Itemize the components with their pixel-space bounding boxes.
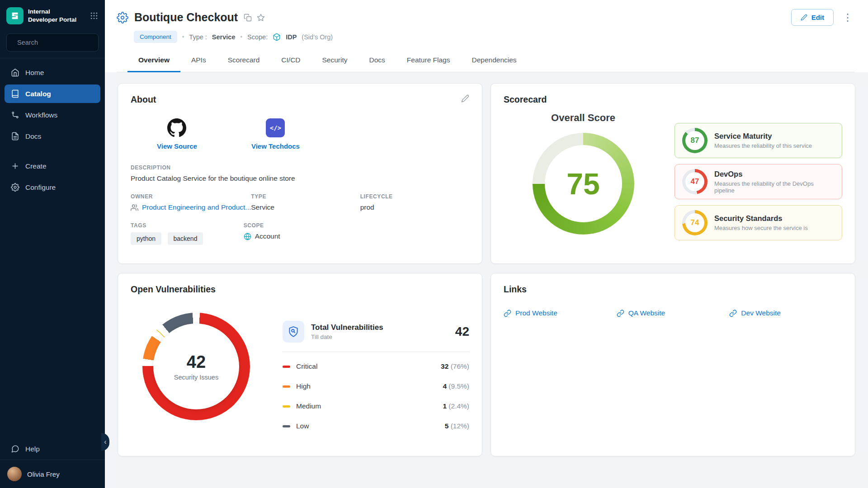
plus-icon: [11, 162, 19, 170]
overall-score-panel: Overall Score 75: [504, 105, 663, 240]
harness-logo-glyph: [10, 11, 20, 21]
owner-field: OWNER Product Engineering and Product...: [131, 193, 251, 211]
description-field: DESCRIPTION Product Catalog Service for …: [131, 164, 469, 183]
link-icon: [729, 310, 737, 317]
sidebar-item-label: Workflows: [25, 111, 57, 119]
component-cog-icon: [117, 12, 128, 23]
vuln-pct: (12%): [451, 422, 469, 430]
overall-score-label: Overall Score: [551, 112, 615, 124]
vuln-row-high: High 4 (9.5%): [283, 376, 469, 396]
copy-icon[interactable]: [244, 14, 252, 22]
prod-website-link[interactable]: Prod Website: [504, 309, 617, 317]
qa-website-link[interactable]: QA Website: [617, 309, 730, 317]
about-card-title: About: [131, 94, 156, 105]
workflows-icon: [11, 111, 19, 119]
vulnerabilities-card: Open Vulnerabilities 42 Security Issues: [118, 273, 482, 456]
vuln-row-low: Low 5 (12%): [283, 416, 469, 436]
vulnerability-legend: Critical 32 (76%) High 4 (9.5%) Medium 1…: [283, 357, 469, 436]
sidebar-item-home[interactable]: Home: [5, 63, 100, 82]
score-ring: 47: [682, 169, 708, 194]
user-profile-row[interactable]: Olivia Frey: [0, 460, 105, 488]
search-input[interactable]: [16, 38, 103, 47]
scorecard-card: Scorecard Overall Score 75 87: [491, 83, 855, 264]
scope-value-text: Account: [255, 232, 280, 240]
sidebar-item-catalog[interactable]: Catalog: [5, 84, 100, 103]
vuln-label: Low: [296, 422, 309, 430]
score-value: 47: [691, 177, 699, 186]
tag-chip[interactable]: backend: [168, 232, 203, 245]
apps-grid-icon[interactable]: [90, 11, 99, 20]
tab-scorecard[interactable]: Scorecard: [217, 49, 271, 72]
sidebar-item-label: Help: [25, 445, 40, 453]
high-dash: [283, 385, 290, 388]
score-desc: Measures how secure the service is: [714, 225, 808, 231]
scope-value: IDP: [286, 33, 297, 41]
entity-meta-row: Component • Type : Service • Scope: IDP …: [134, 31, 854, 43]
edit-button[interactable]: Edit: [791, 9, 834, 26]
home-icon: [11, 68, 19, 77]
kind-badge: Component: [134, 31, 177, 43]
about-fields-row1: OWNER Product Engineering and Product...…: [131, 193, 469, 211]
view-techdocs-link[interactable]: </> View Techdocs: [251, 118, 300, 150]
lifecycle-label: LIFECYCLE: [360, 193, 469, 200]
shield-scan-icon: [283, 321, 304, 343]
tab-docs[interactable]: Docs: [359, 49, 396, 72]
owner-link[interactable]: Product Engineering and Product...: [142, 203, 251, 211]
main-content: Boutique Checkout Edit ⋮ Component • Typ…: [105, 0, 868, 488]
edit-button-label: Edit: [811, 14, 824, 21]
tab-overview[interactable]: Overview: [127, 49, 180, 72]
sidebar-item-create[interactable]: Create: [5, 157, 100, 175]
sidebar-item-docs[interactable]: Docs: [5, 127, 100, 145]
tab-feature-flags[interactable]: Feature Flags: [396, 49, 461, 72]
vuln-row-critical: Critical 32 (76%): [283, 357, 469, 376]
sidebar-item-label: Create: [25, 162, 47, 170]
owner-label: OWNER: [131, 193, 251, 200]
vuln-count: 4: [443, 382, 447, 390]
vuln-pct: (2.4%): [448, 402, 469, 410]
kebab-menu-icon[interactable]: ⋮: [841, 12, 854, 23]
about-edit-pencil-icon[interactable]: [461, 94, 469, 103]
dot-separator: •: [240, 33, 242, 40]
favorite-star-icon[interactable]: [257, 14, 265, 22]
type-value: Service: [251, 203, 360, 211]
page-header: Boutique Checkout Edit ⋮ Component • Typ…: [105, 0, 868, 72]
team-icon: [131, 204, 138, 211]
docs-icon: [11, 132, 19, 141]
tab-security[interactable]: Security: [311, 49, 359, 72]
vuln-count: 5: [445, 422, 449, 430]
score-item-security-standards[interactable]: 74 Security Standards Measures how secur…: [675, 205, 842, 240]
low-dash: [283, 425, 290, 427]
dev-website-link[interactable]: Dev Website: [729, 309, 842, 317]
links-card: Links Prod Website QA Website Dev Websit…: [491, 273, 855, 456]
scorecard-card-title: Scorecard: [504, 94, 842, 105]
score-value: 74: [691, 218, 699, 227]
sidebar-item-workflows[interactable]: Workflows: [5, 106, 100, 124]
tab-cicd[interactable]: CI/CD: [270, 49, 311, 72]
sidebar-search[interactable]: [6, 33, 99, 52]
link-icon: [504, 310, 511, 317]
sidebar-item-help[interactable]: Help: [5, 440, 100, 458]
scope-key: Scope:: [247, 33, 268, 41]
tab-apis[interactable]: APIs: [180, 49, 217, 72]
vuln-row-medium: Medium 1 (2.4%): [283, 396, 469, 416]
tab-dependencies[interactable]: Dependencies: [461, 49, 528, 72]
score-item-service-maturity[interactable]: 87 Service Maturity Measures the reliabi…: [675, 123, 842, 158]
score-desc: Measures the reliability of this service: [714, 142, 812, 149]
sidebar-item-configure[interactable]: Configure: [5, 178, 100, 197]
link-icon: [617, 310, 624, 317]
medium-dash: [283, 405, 290, 408]
content-area: About View Source </> View Techdocs DESC…: [105, 72, 868, 488]
vulnerabilities-donut: 42 Security Issues: [142, 313, 250, 420]
critical-dash: [283, 366, 290, 368]
vuln-label: Critical: [296, 362, 317, 371]
app-logo-icon: [6, 7, 24, 24]
overall-score-donut: 75: [533, 133, 634, 235]
score-name: Service Maturity: [714, 132, 812, 141]
tag-chip[interactable]: python: [131, 232, 161, 245]
view-source-link[interactable]: View Source: [157, 118, 197, 150]
score-item-devops[interactable]: 47 DevOps Measures the reliability of th…: [675, 164, 842, 199]
app-title: Internal Developer Portal: [28, 8, 76, 23]
vuln-pct: (76%): [451, 362, 469, 370]
vuln-count: 32: [441, 362, 448, 370]
score-desc: Measures the reliability of the DevOps p…: [714, 180, 835, 194]
